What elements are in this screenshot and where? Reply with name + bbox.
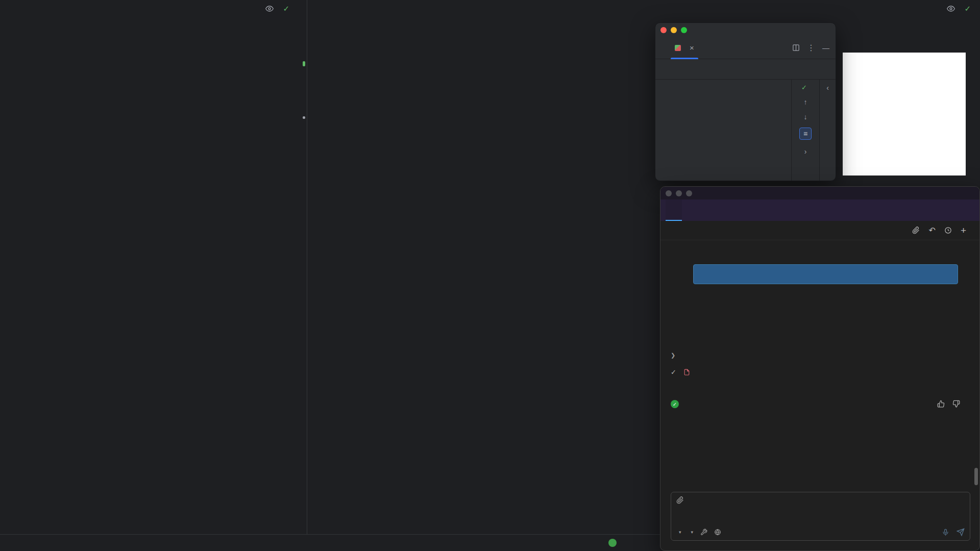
statistics-toggle-icon[interactable]: ≡: [799, 128, 812, 140]
test-run-icon: [675, 45, 681, 51]
code-game[interactable]: [307, 0, 980, 1]
next-test-icon[interactable]: ↓: [804, 113, 807, 121]
code-testsuite[interactable]: [0, 0, 307, 1]
tdd-step-refactor: [846, 120, 876, 150]
tdd-ring-center: [877, 88, 930, 141]
thumbs-down-icon[interactable]: [952, 400, 960, 408]
run-window-titlebar: [655, 23, 836, 37]
reader-mode-icon[interactable]: [947, 5, 955, 13]
copilot-tab-bar: [660, 199, 979, 221]
editor-gutter: [0, 1, 22, 534]
aws-status[interactable]: [608, 539, 621, 547]
plan-step-row[interactable]: ❯: [671, 352, 680, 359]
chat-input-box[interactable]: ▾ ▾: [671, 492, 970, 541]
close-button[interactable]: [666, 190, 672, 196]
hide-icon[interactable]: —: [822, 44, 829, 52]
run-tab-bar: × ⋮ —: [655, 37, 836, 59]
zoom-button[interactable]: [681, 27, 687, 33]
undo-icon[interactable]: ↶: [928, 226, 935, 235]
active-tab-underline: [671, 58, 698, 59]
expand-panel-icon[interactable]: ›: [804, 147, 807, 156]
check-icon: ✓: [671, 368, 676, 376]
tests-passed-stats: ✓: [801, 84, 810, 91]
web-icon[interactable]: [714, 529, 721, 536]
minimize-button[interactable]: [676, 190, 682, 196]
send-icon[interactable]: [957, 528, 965, 536]
scrollbar-thumb[interactable]: [974, 468, 978, 485]
close-button[interactable]: [660, 27, 667, 33]
tab-testsuite[interactable]: ×: [670, 37, 699, 59]
close-icon[interactable]: ×: [690, 43, 694, 52]
collapse-icon[interactable]: ‹: [826, 84, 829, 92]
run-tool-window[interactable]: × ⋮ — ✓ ↑ ↓ ≡ › ‹: [655, 22, 836, 181]
inspections-ok-icon[interactable]: ✓: [964, 4, 971, 13]
voice-input-icon[interactable]: [942, 529, 949, 536]
completed-check-icon: ✓: [671, 400, 679, 408]
minimize-button[interactable]: [671, 27, 677, 33]
zoom-button[interactable]: [686, 190, 692, 196]
tdd-step-make-test-pass: [935, 119, 964, 148]
reader-mode-icon[interactable]: [265, 5, 274, 13]
performance-strip: ‹: [819, 80, 836, 181]
model-selector[interactable]: ▾: [689, 530, 694, 535]
edited-file-row[interactable]: ✓: [671, 368, 704, 376]
chevron-right-icon[interactable]: ❯: [671, 352, 675, 359]
thumbs-up-icon[interactable]: [937, 400, 945, 408]
file-icon: [683, 368, 690, 376]
chevron-down-icon: ▾: [691, 530, 694, 535]
mode-selector[interactable]: ▾: [676, 530, 681, 535]
test-results-tree: [655, 80, 791, 181]
copilot-titlebar: [660, 187, 979, 199]
scrollbar-mark: [303, 61, 305, 66]
tdd-diagram: [843, 53, 966, 176]
chevron-down-icon: ▾: [679, 530, 681, 535]
editor-pane-testsuite[interactable]: ✓: [0, 0, 307, 534]
new-chat-icon[interactable]: +: [961, 227, 966, 234]
tab-chat[interactable]: [666, 199, 682, 221]
attach-context-icon[interactable]: [676, 496, 684, 504]
copilot-chat-window[interactable]: ↶ + ❯ ✓ ✓: [660, 186, 980, 551]
inspections-ok-icon[interactable]: ✓: [283, 4, 289, 13]
more-options-icon[interactable]: ⋮: [807, 43, 815, 53]
check-icon: ✓: [801, 84, 807, 91]
tdd-step-write-failing-test: [889, 54, 919, 83]
run-side-panel: ✓ ↑ ↓ ≡ ›: [791, 80, 819, 181]
history-icon[interactable]: [944, 227, 952, 234]
completed-row: ✓: [671, 400, 683, 408]
tools-icon[interactable]: [700, 529, 707, 536]
attach-icon[interactable]: [912, 227, 920, 234]
user-message: [693, 264, 958, 284]
layout-icon[interactable]: [792, 44, 800, 52]
aws-icon: [608, 539, 617, 547]
scrollbar-mark: [303, 116, 305, 119]
run-toolbar: [655, 59, 836, 80]
chat-thread-header: ↶ +: [660, 221, 979, 240]
previous-test-icon[interactable]: ↑: [804, 98, 807, 106]
